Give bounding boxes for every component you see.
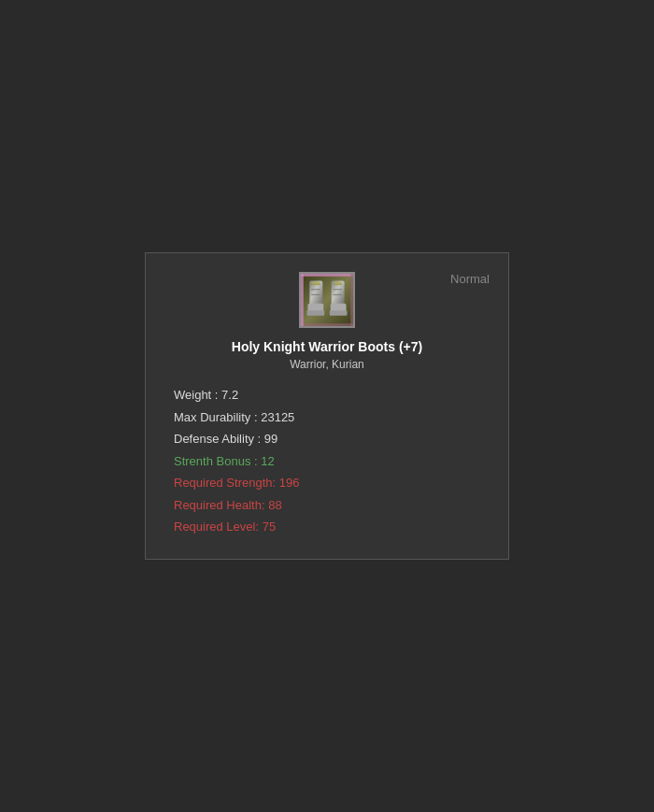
stats-container: Weight : 7.2 Max Durability : 23125 Defe… bbox=[164, 386, 490, 540]
stat-weight: Weight : 7.2 bbox=[174, 386, 490, 405]
stat-strength-bonus: Strenth Bonus : 12 bbox=[174, 452, 490, 471]
stat-defense: Defense Ability : 99 bbox=[174, 430, 490, 449]
svg-rect-0 bbox=[301, 274, 353, 326]
item-quality-label: Normal bbox=[450, 272, 490, 286]
stat-req-level: Required Level: 75 bbox=[174, 518, 490, 536]
svg-rect-1 bbox=[301, 274, 353, 277]
stat-req-health: Required Health: 88 bbox=[174, 496, 490, 515]
svg-rect-2 bbox=[301, 323, 353, 326]
svg-rect-3 bbox=[301, 274, 304, 326]
item-name: Holy Knight Warrior Boots (+7) bbox=[232, 339, 422, 354]
svg-rect-4 bbox=[350, 274, 353, 326]
svg-rect-7 bbox=[307, 310, 325, 316]
item-class: Warrior, Kurian bbox=[290, 358, 364, 371]
svg-rect-13 bbox=[330, 310, 348, 316]
stat-req-strength: Required Strength: 196 bbox=[174, 474, 490, 492]
svg-rect-17 bbox=[312, 282, 320, 286]
stat-durability: Max Durability : 23125 bbox=[174, 408, 490, 427]
item-icon bbox=[299, 272, 355, 328]
svg-rect-18 bbox=[334, 282, 341, 286]
item-tooltip: Normal bbox=[145, 252, 509, 560]
